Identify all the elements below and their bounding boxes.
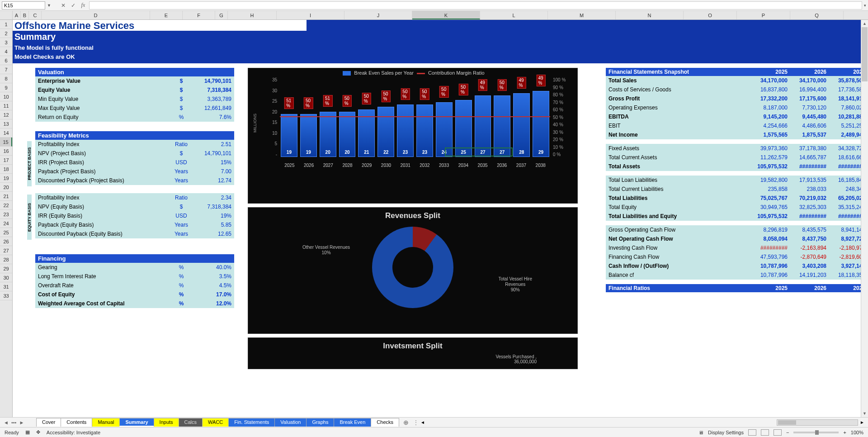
sheet-tab-wacc[interactable]: WACC	[202, 418, 229, 427]
tab-nav-prev-icon[interactable]: •••	[11, 420, 17, 425]
page-break-view-button[interactable]	[774, 429, 782, 436]
row-header-22[interactable]: 22	[0, 201, 12, 210]
scroll-thumb[interactable]	[862, 27, 868, 81]
row-header-12[interactable]: 12	[0, 110, 12, 119]
accessibility-icon[interactable]: ✥	[36, 429, 40, 435]
row-header-8[interactable]: 8	[0, 74, 12, 83]
worksheet-cells[interactable]: Offshore Marine Services Summary The Mod…	[13, 20, 868, 417]
model-status-2: Model Checks are OK	[14, 53, 75, 60]
row-header-11[interactable]: 11	[0, 101, 12, 110]
col-header-C[interactable]: C	[29, 11, 42, 19]
sheet-tab-summary[interactable]: Summary	[119, 418, 154, 427]
col-header-M[interactable]: M	[548, 11, 616, 19]
scroll-down-icon[interactable]: ▼	[861, 410, 868, 417]
col-header-J[interactable]: J	[344, 11, 412, 19]
row-header-1[interactable]: 1	[0, 20, 12, 29]
row-header-15[interactable]: 15	[0, 138, 12, 147]
row-header-25[interactable]: 25	[0, 228, 12, 237]
row-header-16[interactable]: 16	[0, 147, 12, 156]
row-header-21[interactable]: 21	[0, 192, 12, 201]
sheet-tab-cover[interactable]: Cover	[36, 418, 61, 427]
row-header-29[interactable]: 29	[0, 264, 12, 273]
table-row: Min Equity Value$3,363,789	[35, 95, 234, 104]
sheet-subtitle: Summary	[14, 32, 56, 42]
display-settings-icon[interactable]: 🖥	[698, 430, 703, 435]
zoom-level[interactable]: 100%	[851, 430, 863, 435]
table-row: IRR (Equity Basis)USD19%	[35, 211, 234, 220]
col-header-E[interactable]: E	[150, 11, 183, 19]
tab-nav-first-icon[interactable]: ◄	[4, 420, 9, 425]
col-header-D[interactable]: D	[42, 11, 150, 19]
sheet-tab-manual[interactable]: Manual	[92, 418, 120, 427]
row-header-23[interactable]: 23	[0, 210, 12, 219]
macro-record-icon[interactable]: ▦	[25, 429, 30, 435]
zoom-slider-thumb[interactable]	[815, 430, 819, 435]
col-header-B[interactable]: B	[21, 11, 29, 19]
col-header-Q[interactable]: Q	[790, 11, 844, 19]
sheet-tab-contents[interactable]: Contents	[61, 418, 92, 427]
sheet-tab-checks[interactable]: Checks	[371, 418, 399, 427]
hscroll-thumb[interactable]	[778, 420, 796, 425]
zoom-out-button[interactable]: −	[786, 430, 789, 435]
col-header-H[interactable]: H	[228, 11, 277, 19]
row-header-24[interactable]: 24	[0, 219, 12, 228]
col-header-N[interactable]: N	[616, 11, 684, 19]
row-header-19[interactable]: 19	[0, 174, 12, 183]
page-layout-view-button[interactable]	[761, 429, 769, 436]
hscroll-left-icon[interactable]: ◄	[420, 420, 425, 425]
accept-formula-icon[interactable]: ✓	[69, 2, 77, 9]
scroll-up-icon[interactable]: ▲	[861, 20, 868, 27]
row-header-4[interactable]: 4	[0, 47, 12, 56]
sheet-tab-break-even[interactable]: Break Even	[334, 418, 371, 427]
sheet-tab-fin-statements[interactable]: Fin. Statements	[228, 418, 275, 427]
zoom-slider[interactable]	[793, 432, 839, 433]
row-header-13[interactable]: 13	[0, 119, 12, 128]
row-header-31[interactable]: 31	[0, 282, 12, 291]
row-header-18[interactable]: 18	[0, 165, 12, 174]
row-header-2[interactable]: 2	[0, 29, 12, 38]
fx-icon[interactable]: fx	[79, 2, 87, 9]
accessibility-status[interactable]: Accessibility: Investigate	[47, 430, 100, 435]
row-header-9[interactable]: 9	[0, 83, 12, 92]
row-header-6[interactable]: 6	[0, 56, 12, 65]
row-header-20[interactable]: 20	[0, 183, 12, 192]
horizontal-scrollbar[interactable]	[777, 419, 858, 426]
row-header-3[interactable]: 3	[0, 38, 12, 47]
row-header-30[interactable]: 30	[0, 273, 12, 282]
zoom-in-button[interactable]: +	[843, 430, 846, 435]
row-header-28[interactable]: 28	[0, 255, 12, 264]
row-header-7[interactable]: 7	[0, 65, 12, 74]
col-header-I[interactable]: I	[277, 11, 344, 19]
display-settings-label[interactable]: Display Settings	[708, 430, 744, 435]
col-header-F[interactable]: F	[183, 11, 215, 19]
formula-expand-icon[interactable]: ▾	[864, 3, 866, 8]
col-header-L[interactable]: L	[480, 11, 548, 19]
row-header-10[interactable]: 10	[0, 92, 12, 101]
row-header-26[interactable]: 26	[0, 237, 12, 246]
new-sheet-button[interactable]: ⊕	[399, 419, 413, 426]
table-row: Discounted Payback (Equity Basis)Years12…	[35, 229, 234, 238]
sheet-tab-inputs[interactable]: Inputs	[154, 418, 179, 427]
vertical-scrollbar[interactable]: ▲ ▼	[861, 20, 868, 417]
tab-split-icon[interactable]: ⋮	[413, 419, 419, 426]
name-box[interactable]	[2, 1, 45, 10]
hscroll-right-icon[interactable]: ►	[860, 420, 864, 425]
normal-view-button[interactable]	[748, 429, 756, 436]
sheet-tab-calcs[interactable]: Calcs	[179, 418, 203, 427]
sheet-tab-valuation[interactable]: Valuation	[274, 418, 307, 427]
row-header-27[interactable]: 27	[0, 246, 12, 255]
namebox-dropdown-icon[interactable]: ▼	[47, 3, 51, 8]
col-header-K[interactable]: K	[412, 11, 480, 19]
col-header-P[interactable]: P	[737, 11, 790, 19]
row-header-33[interactable]: 33	[0, 291, 12, 300]
col-header-O[interactable]: O	[684, 11, 737, 19]
formula-input[interactable]	[89, 1, 862, 10]
cancel-formula-icon[interactable]: ✕	[59, 2, 67, 9]
tab-nav-next-icon[interactable]: ►	[19, 420, 24, 425]
row-header-17[interactable]: 17	[0, 156, 12, 165]
col-header-A[interactable]: A	[13, 11, 21, 19]
row-header-14[interactable]: 14	[0, 128, 12, 138]
sheet-tab-graphs[interactable]: Graphs	[306, 418, 334, 427]
select-all-corner[interactable]	[0, 11, 13, 19]
col-header-G[interactable]: G	[215, 11, 228, 19]
